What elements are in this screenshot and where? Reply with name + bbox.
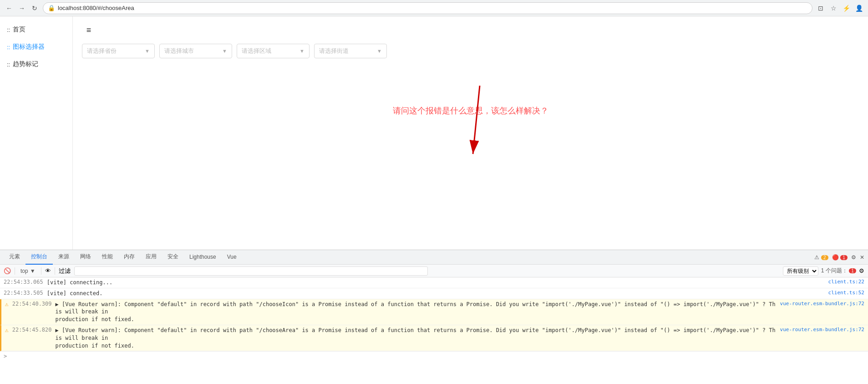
tab-performance[interactable]: 性能	[96, 250, 118, 265]
lock-icon: 🔒	[48, 5, 55, 11]
top-chevron-icon: ▼	[30, 268, 36, 274]
console-row-3: ⚠ 22:54:45.820 ▶ [Vue Router warn]: Comp…	[0, 325, 868, 351]
icon-selector-icon: ::	[7, 44, 10, 51]
back-button[interactable]: ←	[5, 4, 14, 13]
main-content: ≡ 请选择省份 ▼ 请选择城市 ▼ 请选择区域 ▼ 请选择街道 ▼ 请问这个报错…	[73, 16, 868, 250]
console-timestamp-0: 22:54:33.065	[4, 279, 43, 285]
console-timestamp-2: 22:54:40.309	[12, 301, 52, 307]
clear-console-icon[interactable]: 🚫	[4, 267, 11, 274]
arrow-icon	[462, 86, 498, 163]
warn-badge: ⚠ 2	[814, 254, 828, 261]
settings-icon[interactable]: ⚙	[851, 254, 856, 261]
devtools-tab-icons: ⚠ 2 🔴 1 ⚙ ✕	[814, 254, 864, 261]
area-chevron-icon: ▼	[299, 48, 305, 54]
trend-marker-icon: ::	[7, 61, 10, 68]
console-source-1[interactable]: client.ts:52	[828, 290, 864, 296]
warn-icon-2: ⚠	[5, 301, 9, 307]
eye-icon[interactable]: 👁	[45, 267, 51, 274]
filter-label: 过滤	[59, 267, 71, 275]
tab-memory[interactable]: 内存	[118, 250, 140, 265]
area-placeholder: 请选择区域	[242, 47, 271, 55]
devtools-tabs: 元素 控制台 来源 网络 性能 内存 应用 安全 Lighthouse Vue	[0, 250, 868, 265]
dropdown-row: 请选择省份 ▼ 请选择城市 ▼ 请选择区域 ▼ 请选择街道 ▼	[82, 44, 859, 58]
street-select[interactable]: 请选择街道 ▼	[314, 44, 387, 58]
sidebar-item-trend-marker-label: 趋势标记	[13, 60, 38, 68]
console-message-3: ▶ [Vue Router warn]: Component "default"…	[56, 327, 777, 349]
console-source-0[interactable]: client.ts:22	[828, 279, 864, 285]
devtools-panel: 元素 控制台 来源 网络 性能 内存 应用 安全 Lighthouse Vue	[0, 250, 868, 384]
console-source-2[interactable]: vue-router.esm-bundler.js:72	[780, 301, 864, 307]
tab-application[interactable]: 应用	[140, 250, 162, 265]
home-icon: ::	[7, 26, 10, 33]
console-input[interactable]	[10, 353, 864, 359]
tab-vue[interactable]: Vue	[222, 250, 242, 265]
warn-icon-3: ⚠	[5, 327, 9, 333]
profile-icon[interactable]: 👤	[854, 4, 863, 13]
toolbar-sep-2	[41, 267, 41, 275]
close-devtools-icon[interactable]: ✕	[860, 254, 864, 261]
devtools-toolbar: 🚫 top ▼ 👁 过滤 所有级别 1 个问题： 1 ⚙	[0, 265, 868, 277]
forward-button[interactable]: →	[17, 4, 26, 13]
tab-console[interactable]: 控制台	[25, 250, 53, 265]
console-timestamp-3: 22:54:45.820	[12, 327, 52, 333]
hamburger-button[interactable]: ≡	[82, 23, 96, 37]
top-context-selector[interactable]: top ▼	[19, 266, 37, 276]
extensions-icon[interactable]: ⚡	[842, 4, 851, 13]
console-prompt: >	[4, 353, 7, 359]
url-text: localhost:8080/#/chooseArea	[58, 5, 134, 11]
browser-chrome: ← → ↻ 🔒 localhost:8080/#/chooseArea ⊡ ☆ …	[0, 0, 868, 16]
area-select[interactable]: 请选择区域 ▼	[237, 44, 310, 58]
sidebar-item-icon-selector[interactable]: :: 图标选择器	[0, 38, 72, 56]
province-select[interactable]: 请选择省份 ▼	[82, 44, 155, 58]
issue-settings-icon[interactable]: ⚙	[859, 267, 864, 274]
console-message-1: [vite] connected.	[47, 290, 825, 297]
app-container: :: 首页 :: 图标选择器 :: 趋势标记 ≡ 请选择省份 ▼ 请选择城市 ▼…	[0, 16, 868, 250]
filter-input[interactable]	[74, 266, 428, 276]
tab-elements[interactable]: 元素	[4, 250, 25, 265]
toolbar-sep-1	[15, 267, 15, 275]
level-filter-select[interactable]: 所有级别	[783, 266, 818, 276]
question-area: 请问这个报错是什么意思，该怎么样解决？	[82, 67, 859, 168]
tab-lighthouse[interactable]: Lighthouse	[184, 250, 222, 265]
top-label: top	[20, 268, 28, 274]
console-row-2: ⚠ 22:54:40.309 ▶ [Vue Router warn]: Comp…	[0, 299, 868, 325]
province-placeholder: 请选择省份	[87, 47, 117, 55]
sidebar-item-home[interactable]: :: 首页	[0, 21, 72, 38]
issue-count-label: 1 个问题： 1	[821, 267, 856, 275]
toolbar-sep-3	[55, 267, 55, 275]
city-chevron-icon: ▼	[222, 48, 227, 54]
console-source-3[interactable]: vue-router.esm-bundler.js:72	[780, 327, 864, 333]
address-bar[interactable]: 🔒 localhost:8080/#/chooseArea	[43, 2, 812, 14]
devtools-console: 22:54:33.065 [vite] connecting... client…	[0, 277, 868, 384]
street-chevron-icon: ▼	[377, 48, 382, 54]
sidebar-item-home-label: 首页	[13, 26, 25, 34]
browser-actions: ⊡ ☆ ⚡ 👤	[816, 4, 863, 13]
console-message-2: ▶ [Vue Router warn]: Component "default"…	[56, 301, 777, 323]
city-placeholder: 请选择城市	[164, 47, 194, 55]
street-placeholder: 请选择街道	[319, 47, 349, 55]
star-icon[interactable]: ☆	[829, 4, 838, 13]
devtools-right-bar: 所有级别 1 个问题： 1 ⚙	[783, 266, 864, 276]
error-badge: 🔴 1	[832, 254, 848, 261]
console-input-row: >	[0, 351, 868, 361]
sidebar: :: 首页 :: 图标选择器 :: 趋势标记	[0, 16, 73, 250]
sidebar-item-trend-marker[interactable]: :: 趋势标记	[0, 56, 72, 73]
tab-network[interactable]: 网络	[75, 250, 96, 265]
cast-icon[interactable]: ⊡	[816, 4, 825, 13]
tab-sources[interactable]: 来源	[53, 250, 75, 265]
tab-security[interactable]: 安全	[162, 250, 184, 265]
city-select[interactable]: 请选择城市 ▼	[159, 44, 232, 58]
sidebar-item-icon-selector-label: 图标选择器	[13, 43, 45, 51]
console-timestamp-1: 22:54:33.505	[4, 290, 43, 296]
svg-line-1	[473, 86, 480, 154]
console-message-0: [vite] connecting...	[47, 279, 825, 287]
console-row-1: 22:54:33.505 [vite] connected. client.ts…	[0, 288, 868, 299]
console-row-0: 22:54:33.065 [vite] connecting... client…	[0, 277, 868, 288]
province-chevron-icon: ▼	[145, 48, 150, 54]
reload-button[interactable]: ↻	[30, 4, 39, 13]
arrow-container	[462, 86, 498, 163]
